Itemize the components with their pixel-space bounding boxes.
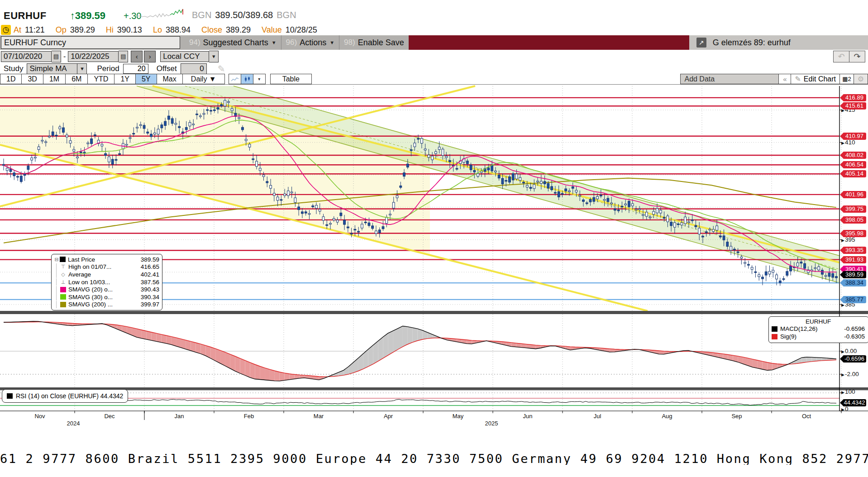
x-axis-year-label: 2024 — [60, 420, 87, 427]
price-badge: 388.34 — [843, 279, 866, 286]
legend-swatch — [60, 287, 66, 292]
x-axis-month-label: Jun — [514, 413, 541, 420]
bloomberg-footer: 61 2 9777 8600 Brazil 5511 2395 9000 Eur… — [0, 428, 868, 466]
legend-row: ⊥Low on 10/03...387.56 — [53, 278, 159, 286]
x-axis-month-label: Feb — [235, 413, 262, 420]
x-axis-month-label: Jul — [584, 413, 611, 420]
x-axis-month-label: Apr — [375, 413, 402, 420]
price-badge: 398.05 — [843, 216, 866, 224]
price-badge: 389.59 — [843, 271, 866, 278]
x-axis-month-label: May — [444, 413, 472, 420]
x-axis-year-label: 2025 — [478, 420, 505, 427]
price-badge: 415.61 — [843, 102, 866, 110]
legend-glyph-icon: ◇ — [60, 272, 66, 277]
macd-axis-tick: ▶0.00 — [841, 348, 857, 354]
price-badge: 405.14 — [843, 170, 866, 177]
price-badge: 401.96 — [843, 191, 866, 198]
macd-value-badge: -0.6596 — [843, 355, 866, 363]
price-badge: 416.89 — [843, 94, 866, 101]
price-badge: 408.02 — [843, 152, 866, 159]
rsi-value-badge: 44.4342 — [843, 399, 866, 406]
x-axis-month-label: Jan — [166, 413, 193, 420]
legend-glyph-icon: ⊤ — [60, 264, 66, 270]
footer-line-1: 61 2 9777 8600 Brazil 5511 2395 9000 Eur… — [0, 453, 868, 465]
signal-value: -0.6305 — [844, 333, 865, 340]
price-legend-box[interactable]: ⊟Last Price389.59⊤High on 01/07...416.65… — [51, 254, 162, 310]
price-badge: 393.35 — [843, 247, 866, 254]
price-badge: 399.75 — [843, 205, 866, 213]
rsi-axis-tick: ▶0 — [841, 405, 848, 412]
macd-axis-tick: ▶-2.00 — [841, 371, 859, 377]
macd-label: MACD(12,26) — [780, 325, 844, 332]
macd-legend-box[interactable]: EURHUF MACD(12,26) -0.6596 Sig(9) -0.630… — [768, 316, 868, 343]
price-badge: 385.77 — [843, 296, 866, 303]
signal-label: Sig(9) — [780, 333, 844, 340]
price-badge: 395.98 — [843, 230, 866, 237]
signal-swatch — [772, 334, 777, 339]
rsi-legend-box[interactable]: RSI (14) on Close (EURHUF) 44.4342 — [2, 389, 128, 403]
legend-row: ◇Average402.41 — [53, 271, 159, 278]
rsi-label: RSI (14) on Close (EURHUF) 44.4342 — [16, 392, 123, 400]
price-badge: 406.54 — [843, 161, 866, 168]
legend-swatch — [60, 294, 66, 300]
legend-row: SMAVG (30) o...390.34 — [53, 293, 159, 301]
x-axis-month-label: Sep — [723, 413, 750, 420]
legend-swatch — [60, 302, 66, 307]
legend-row: ⊟Last Price389.59 — [53, 256, 159, 263]
rsi-axis-tick: ▶100 — [841, 388, 855, 395]
y-axis-tick: ▶395 — [841, 236, 855, 243]
chart-canvas[interactable] — [0, 0, 868, 477]
y-axis-tick: ▶410 — [841, 139, 855, 146]
x-axis-month-label: Oct — [793, 413, 820, 420]
price-badge: 410.97 — [843, 133, 866, 140]
macd-legend-title: EURHUF — [772, 318, 865, 325]
rsi-swatch — [7, 393, 13, 399]
macd-value: -0.6596 — [844, 325, 865, 332]
x-axis-month-label: Mar — [305, 413, 332, 420]
bloomberg-terminal-window: EURHUF ↑389.59 +.30 BGN 389.50/389.68 BG… — [0, 0, 868, 477]
legend-swatch — [60, 257, 66, 262]
legend-row: ⊤High on 01/07...416.65 — [53, 263, 159, 271]
legend-glyph-icon: ⊥ — [60, 279, 66, 285]
x-axis-month-label: Nov — [26, 413, 53, 420]
legend-row: SMAVG (200) ...399.97 — [53, 301, 159, 309]
price-badge: 391.93 — [843, 256, 866, 263]
legend-row: SMAVG (20) o...390.43 — [53, 286, 159, 293]
x-axis-month-label: Dec — [96, 413, 123, 420]
x-axis-month-label: Aug — [653, 413, 681, 420]
macd-swatch — [772, 326, 777, 332]
